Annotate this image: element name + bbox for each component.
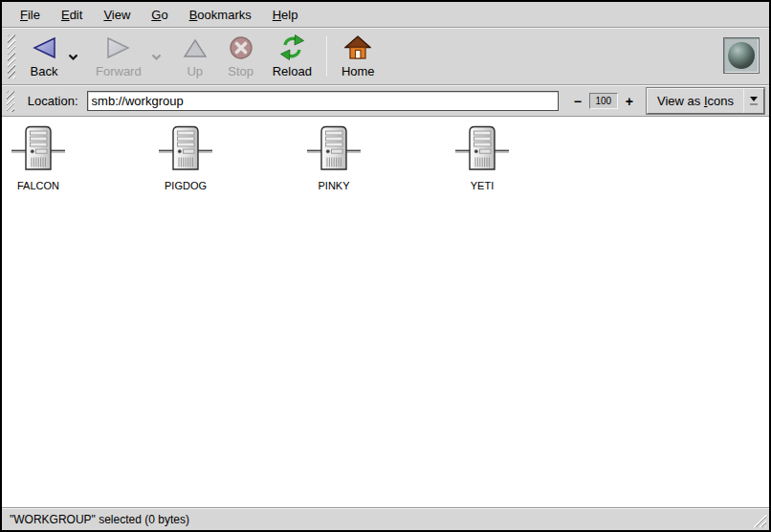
status-text: "WORKGROUP" selected (0 bytes) <box>10 513 189 526</box>
location-input[interactable] <box>87 91 559 111</box>
toolbar-separator <box>326 36 327 77</box>
zoom-out-button[interactable]: − <box>572 95 584 108</box>
toolbar-grip-handle[interactable] <box>8 34 15 78</box>
icon-view: FALCON PIGDOG <box>2 116 769 507</box>
zoom-controls: − 100 + <box>572 93 635 109</box>
network-server-icon <box>159 125 212 173</box>
home-icon <box>344 33 371 61</box>
back-button[interactable]: Back <box>23 31 65 82</box>
server-item-label: PIGDOG <box>147 180 224 191</box>
location-label: Location: <box>28 94 78 108</box>
forward-arrow-icon <box>105 33 132 61</box>
back-history-dropdown[interactable] <box>65 54 81 61</box>
location-bar: Location: − 100 + View as Icons <box>2 86 769 116</box>
server-item-pigdog[interactable]: PIGDOG <box>147 125 224 191</box>
menu-edit[interactable]: Edit <box>51 4 93 26</box>
stop-button[interactable]: Stop <box>220 31 262 82</box>
home-button[interactable]: Home <box>335 31 382 82</box>
menu-help[interactable]: Help <box>262 4 309 26</box>
server-item-pinky[interactable]: PINKY <box>296 125 372 191</box>
chevron-down-icon <box>151 54 162 61</box>
resize-grip[interactable] <box>752 513 766 527</box>
reload-icon <box>279 33 305 61</box>
zoom-in-button[interactable]: + <box>624 95 635 108</box>
forward-button[interactable]: Forward <box>89 31 148 82</box>
reload-button[interactable]: Reload <box>266 31 319 82</box>
server-item-falcon[interactable]: FALCON <box>0 125 77 191</box>
menu-go[interactable]: Go <box>141 4 178 26</box>
up-button[interactable]: Up <box>174 31 216 82</box>
status-bar: "WORKGROUP" selected (0 bytes) <box>2 507 769 530</box>
chevron-down-icon <box>68 54 78 61</box>
network-server-icon <box>307 125 361 173</box>
throbber-icon <box>723 37 760 74</box>
forward-history-dropdown[interactable] <box>148 54 165 61</box>
network-server-icon <box>455 125 509 173</box>
dropdown-arrow-icon <box>744 97 763 105</box>
menu-file[interactable]: File <box>10 4 51 26</box>
server-item-label: YETI <box>444 180 520 191</box>
file-manager-window: File Edit View Go Bookmarks Help Back <box>0 0 771 532</box>
zoom-level-indicator[interactable]: 100 <box>589 93 618 109</box>
stop-icon <box>229 33 253 61</box>
location-bar-grip-handle[interactable] <box>7 91 14 112</box>
server-item-yeti[interactable]: YETI <box>444 125 520 191</box>
menu-bookmarks[interactable]: Bookmarks <box>179 4 262 26</box>
menubar: File Edit View Go Bookmarks Help <box>2 2 769 27</box>
back-arrow-icon <box>31 33 57 61</box>
globe-sphere-icon <box>728 42 755 69</box>
server-item-label: PINKY <box>296 180 372 191</box>
server-item-label: FALCON <box>0 180 77 191</box>
menu-view[interactable]: View <box>93 4 141 26</box>
network-server-icon <box>11 125 65 173</box>
toolbar: Back Forward <box>2 29 769 84</box>
view-as-dropdown[interactable]: View as Icons <box>647 88 764 114</box>
up-arrow-icon <box>183 33 208 61</box>
